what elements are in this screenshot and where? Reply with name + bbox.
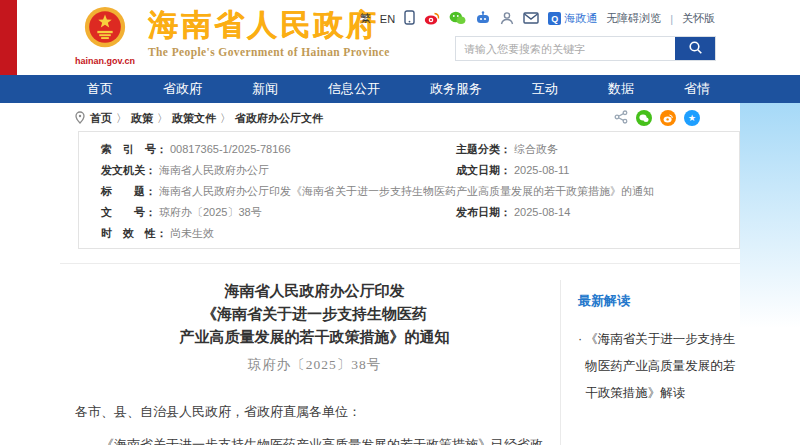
care-version-link[interactable]: 关怀版 xyxy=(682,11,715,26)
share-favorite-star-icon[interactable]: ★ xyxy=(684,110,700,126)
breadcrumb: 首页 〉 政策 〉 政策文件 〉 省政府办公厅文件 ★ xyxy=(75,110,700,126)
sidebar-interpretation-link[interactable]: · 《海南省关于进一步支持生物医药产业高质量发展的若干政策措施》解读 xyxy=(578,326,740,407)
meta-issuer-value: 海南省人民政府办公厅 xyxy=(159,160,269,181)
breadcrumb-policy[interactable]: 政策 xyxy=(131,111,153,126)
breadcrumb-home[interactable]: 首页 xyxy=(90,111,112,126)
document-title-line3: 产业高质量发展的若干政策措施》的通知 xyxy=(75,326,554,349)
search-input[interactable] xyxy=(456,37,675,60)
share-icon[interactable] xyxy=(614,110,628,126)
mail-icon[interactable] xyxy=(523,12,539,26)
site-title-english: The People's Government of Hainan Provin… xyxy=(148,46,390,58)
meta-row: 发文机关：海南省人民政府办公厅 成文日期：2025-08-11 xyxy=(101,160,729,181)
document-salutation: 各市、县、自治县人民政府，省政府直属各单位： xyxy=(75,398,554,425)
meta-doc-no-value: 琼府办〔2025〕38号 xyxy=(159,202,262,223)
utility-separator: | xyxy=(670,13,673,25)
meta-category-label: 主题分类： xyxy=(456,139,511,160)
content-area: 海南省人民政府办公厅印发 《海南省关于进一步支持生物医药 产业高质量发展的若干政… xyxy=(60,264,740,445)
document-text: 各市、县、自治县人民政府，省政府直属各单位： 《海南省关于进一步支持生物医药产业… xyxy=(75,398,554,445)
breadcrumb-current-page[interactable]: 省政府办公厅文件 xyxy=(235,111,323,126)
meta-pub-date-label: 发布日期： xyxy=(456,202,511,223)
robot-assistant-icon[interactable] xyxy=(475,11,491,26)
site-search xyxy=(455,36,716,61)
location-pin-icon xyxy=(75,111,85,126)
meta-category-value: 综合政务 xyxy=(514,139,558,160)
meta-index-label: 索 引 号： xyxy=(101,139,167,160)
weibo-icon[interactable] xyxy=(424,11,440,27)
breadcrumb-separator: 〉 xyxy=(157,111,168,126)
document-number: 琼府办〔2025〕38号 xyxy=(75,356,554,374)
background-gradient xyxy=(740,103,800,328)
user-account-icon[interactable] xyxy=(500,11,514,27)
main-navigation: 首页 省政府 新闻 信息公开 政务服务 互动 数据 省情 xyxy=(0,75,800,103)
document-body-column: 海南省人民政府办公厅印发 《海南省关于进一步支持生物医药 产业高质量发展的若干政… xyxy=(60,264,560,445)
meta-doc-no-label: 文 号： xyxy=(101,202,156,223)
sidebar-latest-interpretation: 最新解读 · 《海南省关于进一步支持生物医药产业高质量发展的若干政策措施》解读 xyxy=(560,280,740,445)
accessibility-link[interactable]: 无障碍浏览 xyxy=(606,11,661,26)
national-emblem-icon xyxy=(82,37,128,54)
meta-index-value: 00817365-1/2025-78166 xyxy=(170,139,291,160)
sidebar-link-text: 《海南省关于进一步支持生物医药产业高质量发展的若干政策措施》解读 xyxy=(585,326,740,407)
meta-validity-label: 时 效 性： xyxy=(101,223,167,244)
document-title-line2: 《海南省关于进一步支持生物医药 xyxy=(75,303,554,326)
nav-item-interaction[interactable]: 互动 xyxy=(507,80,583,98)
haizhengtong-link[interactable]: Q 海政通 xyxy=(548,11,597,26)
search-icon xyxy=(688,40,703,58)
meta-row: 时 效 性：尚未生效 xyxy=(101,223,729,244)
share-wechat-icon[interactable] xyxy=(636,110,652,126)
document-meta-table: 索 引 号：00817365-1/2025-78166 主题分类：综合政务 发文… xyxy=(78,131,740,249)
breadcrumb-policy-documents[interactable]: 政策文件 xyxy=(172,111,216,126)
share-weibo-icon[interactable] xyxy=(660,110,676,126)
document-title: 海南省人民政府办公厅印发 《海南省关于进一步支持生物医药 产业高质量发展的若干政… xyxy=(75,280,554,349)
logo-domain-text: hainan.gov.cn xyxy=(68,56,142,66)
meta-date-written-label: 成文日期： xyxy=(456,160,511,181)
site-logo[interactable]: hainan.gov.cn xyxy=(68,5,142,66)
document-title-line1: 海南省人民政府办公厅印发 xyxy=(75,280,554,303)
meta-row: 索 引 号：00817365-1/2025-78166 主题分类：综合政务 xyxy=(101,139,729,160)
nav-item-news[interactable]: 新闻 xyxy=(227,80,303,98)
nav-item-information-disclosure[interactable]: 信息公开 xyxy=(303,80,405,98)
meta-validity-value: 尚未生效 xyxy=(170,223,214,244)
traditional-chinese-link[interactable]: 繁 xyxy=(360,11,371,26)
utility-bar: 繁 EN Q 海政通 无障碍浏览 | 关怀版 xyxy=(360,10,715,27)
search-button[interactable] xyxy=(675,37,715,60)
share-toolbar: ★ xyxy=(614,110,700,126)
list-bullet: · xyxy=(578,326,582,407)
meta-row: 标 题：海南省人民政府办公厅印发《海南省关于进一步支持生物医药产业高质量发展的若… xyxy=(101,181,729,202)
nav-item-data[interactable]: 数据 xyxy=(583,80,659,98)
haizhengtong-icon: Q xyxy=(548,12,561,25)
wechat-icon[interactable] xyxy=(449,11,466,27)
sidebar-heading: 最新解读 xyxy=(578,292,740,310)
breadcrumb-separator: 〉 xyxy=(116,111,127,126)
mobile-phone-icon[interactable] xyxy=(404,10,415,27)
meta-row: 文 号：琼府办〔2025〕38号 发布日期：2025-08-14 xyxy=(101,202,729,223)
site-title: 海南省人民政府 xyxy=(148,8,390,42)
meta-issuer-label: 发文机关： xyxy=(101,160,156,181)
red-banner-bar xyxy=(0,0,17,75)
nav-item-home[interactable]: 首页 xyxy=(62,80,138,98)
site-header: hainan.gov.cn 海南省人民政府 The People's Gover… xyxy=(0,0,800,75)
haizhengtong-label: 海政通 xyxy=(564,11,597,26)
meta-title-label: 标 题： xyxy=(101,181,156,202)
meta-date-written-value: 2025-08-11 xyxy=(514,160,569,181)
document-paragraph: 《海南省关于进一步支持生物医药产业高质量发展的若干政策措施》已经省政府同意，现印… xyxy=(75,431,554,445)
breadcrumb-separator: 〉 xyxy=(220,111,231,126)
nav-item-government-services[interactable]: 政务服务 xyxy=(405,80,507,98)
meta-title-value: 海南省人民政府办公厅印发《海南省关于进一步支持生物医药产业高质量发展的若干政策措… xyxy=(159,181,654,202)
english-link[interactable]: EN xyxy=(380,13,395,25)
nav-item-province-profile[interactable]: 省情 xyxy=(659,80,735,98)
meta-pub-date-value: 2025-08-14 xyxy=(514,202,570,223)
nav-item-provincial-government[interactable]: 省政府 xyxy=(138,80,227,98)
